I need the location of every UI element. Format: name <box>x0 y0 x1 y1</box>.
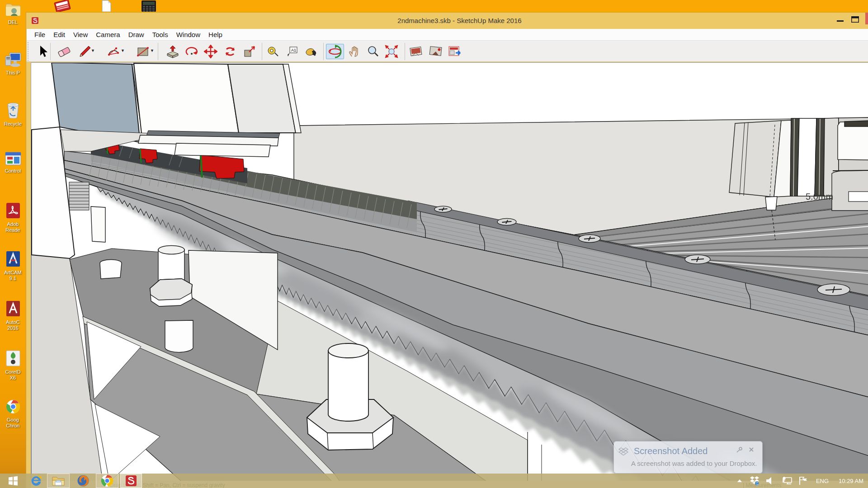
svg-text:5.0mm: 5.0mm <box>806 192 833 202</box>
svg-text:A1: A1 <box>291 48 296 52</box>
